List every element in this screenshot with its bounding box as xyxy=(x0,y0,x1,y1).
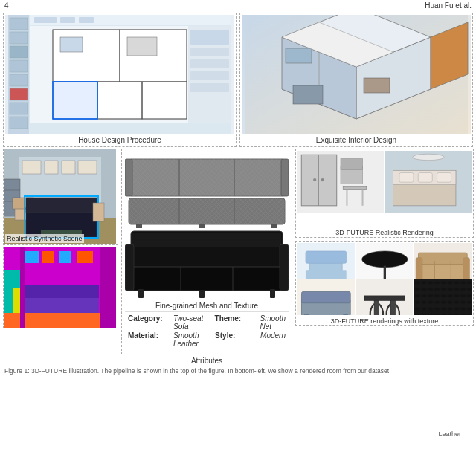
right-label-placeholder xyxy=(295,356,474,366)
style-val: Modern xyxy=(260,331,286,340)
svg-rect-115 xyxy=(306,251,347,263)
svg-rect-93 xyxy=(138,289,144,298)
rendering-panel: 3D-FUTURE Realistic Rendering xyxy=(295,149,474,238)
footer: Figure 1: 3D-FUTURE illustration. The pi… xyxy=(0,366,476,377)
svg-rect-47 xyxy=(45,161,58,174)
svg-rect-66 xyxy=(22,251,39,263)
seg-panel: Instance Segmentation xyxy=(3,247,118,328)
svg-point-100 xyxy=(313,178,316,181)
svg-point-120 xyxy=(361,251,407,268)
svg-rect-39 xyxy=(364,78,390,93)
svg-rect-71 xyxy=(20,247,25,328)
rendering-inner xyxy=(296,149,473,227)
svg-rect-23 xyxy=(53,82,97,119)
svg-rect-59 xyxy=(93,203,104,221)
svg-rect-2 xyxy=(10,18,28,30)
svg-rect-25 xyxy=(190,30,229,45)
svg-rect-56 xyxy=(26,198,97,213)
svg-rect-102 xyxy=(343,186,367,189)
mesh-panel: Fine-grained Mesh and Texture Category: … xyxy=(121,149,292,354)
house-design-label: House Design Procedure xyxy=(5,135,234,145)
svg-rect-5 xyxy=(10,60,28,72)
svg-rect-11 xyxy=(34,17,57,23)
svg-rect-110 xyxy=(399,173,414,183)
svg-rect-131 xyxy=(304,314,309,315)
leather-label-area: Leather xyxy=(438,430,461,438)
category-val: Two-seat Sofa xyxy=(173,314,205,331)
svg-rect-9 xyxy=(10,117,28,129)
theme-val: Smooth Net xyxy=(260,314,286,331)
scene-label: Realistic Synthetic Scene xyxy=(5,234,84,243)
svg-rect-49 xyxy=(78,161,97,174)
top-row: House Design Procedure xyxy=(3,13,473,147)
svg-rect-69 xyxy=(77,251,93,263)
labels-row: Attributes xyxy=(3,356,473,366)
material-val: Smooth Leather xyxy=(173,331,205,348)
material-row: Material: Smooth Leather Style: Modern xyxy=(128,331,286,348)
mid-row: Realistic Synthetic Scene xyxy=(3,149,473,354)
svg-rect-130 xyxy=(301,291,350,302)
texture-label: 3D-FUTURE renderings with texture xyxy=(296,317,473,325)
svg-rect-117 xyxy=(340,270,347,279)
svg-rect-80 xyxy=(281,159,289,196)
svg-rect-38 xyxy=(293,85,323,104)
house-design-panel: House Design Procedure xyxy=(3,13,237,147)
theme-key: Theme: xyxy=(215,314,256,323)
leather-label: Leather xyxy=(438,430,461,438)
svg-rect-37 xyxy=(286,48,312,63)
interior-design-label: Exquisite Interior Design xyxy=(242,135,471,145)
page-number: 4 xyxy=(4,1,9,10)
svg-rect-89 xyxy=(132,233,281,247)
svg-rect-72 xyxy=(100,247,116,328)
attrs-col-label: Attributes xyxy=(121,356,292,366)
svg-rect-126 xyxy=(463,258,470,281)
svg-point-101 xyxy=(321,178,324,181)
interior-3d-view xyxy=(242,15,471,134)
attributes-section: Category: Two-seat Sofa Theme: Smooth Ne… xyxy=(125,311,289,351)
category-key: Category: xyxy=(128,314,169,323)
svg-rect-92 xyxy=(280,244,289,291)
svg-rect-22 xyxy=(127,37,157,56)
svg-rect-112 xyxy=(437,173,451,183)
svg-rect-94 xyxy=(199,291,205,298)
svg-rect-29 xyxy=(190,83,229,92)
svg-rect-138 xyxy=(414,279,472,316)
svg-rect-79 xyxy=(125,159,132,196)
svg-rect-111 xyxy=(418,173,432,183)
material-key: Material: xyxy=(128,331,169,340)
svg-rect-134 xyxy=(374,300,379,315)
svg-rect-7 xyxy=(10,88,28,100)
svg-rect-116 xyxy=(306,270,312,279)
svg-rect-135 xyxy=(390,300,396,315)
svg-rect-21 xyxy=(60,37,83,52)
header: 4 Huan Fu et al. xyxy=(0,0,476,11)
svg-rect-27 xyxy=(190,59,229,68)
svg-rect-13 xyxy=(79,17,94,23)
texture-inner xyxy=(296,242,473,315)
svg-rect-132 xyxy=(343,314,348,315)
right-col: 3D-FUTURE Realistic Rendering xyxy=(295,149,474,354)
svg-rect-12 xyxy=(60,17,75,23)
mesh-label: Fine-grained Mesh and Texture xyxy=(155,302,258,310)
author: Huan Fu et al. xyxy=(425,1,472,10)
svg-rect-90 xyxy=(129,267,285,291)
attrs-label: Attributes xyxy=(191,357,222,365)
svg-rect-8 xyxy=(10,103,28,114)
svg-rect-46 xyxy=(22,161,41,174)
scene-panel: Realistic Synthetic Scene xyxy=(3,149,118,245)
svg-rect-133 xyxy=(364,295,405,300)
house-design-inner xyxy=(5,15,234,134)
footer-text: Figure 1: 3D-FUTURE illustration. The pi… xyxy=(4,367,391,375)
svg-rect-85 xyxy=(136,224,142,228)
texture-panel: 3D-FUTURE renderings with texture xyxy=(295,241,474,326)
svg-rect-124 xyxy=(419,253,468,264)
svg-rect-67 xyxy=(42,251,54,263)
svg-rect-86 xyxy=(199,224,205,228)
svg-rect-98 xyxy=(301,155,336,206)
svg-rect-26 xyxy=(190,48,229,56)
svg-rect-4 xyxy=(10,46,28,58)
svg-rect-76 xyxy=(129,159,285,196)
page-wrapper: 4 Huan Fu et al. xyxy=(0,0,476,460)
svg-rect-48 xyxy=(62,161,75,174)
realistic-rendering-label: 3D-FUTURE Realistic Rendering xyxy=(296,228,473,237)
